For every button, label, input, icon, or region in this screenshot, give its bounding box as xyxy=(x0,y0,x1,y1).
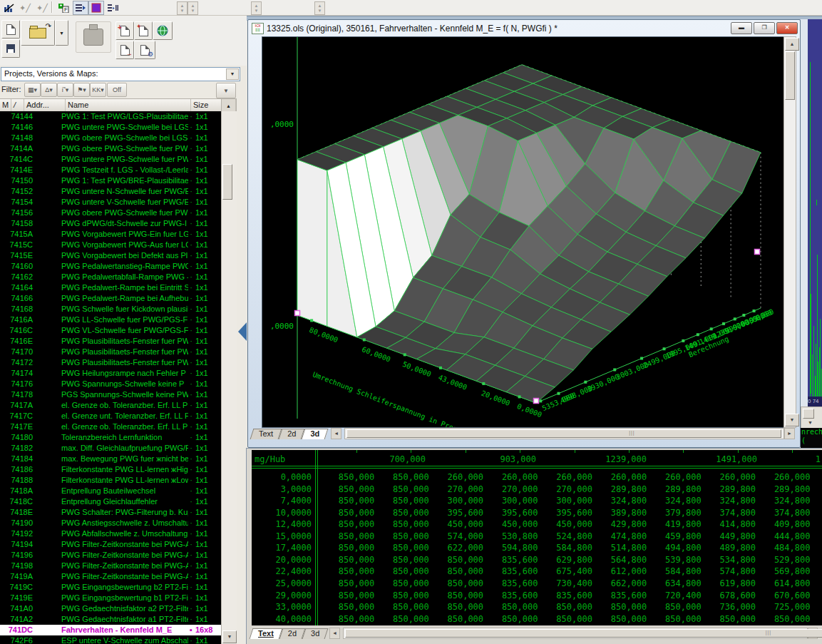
map-3d-hscrollbar[interactable]: ||| xyxy=(344,428,784,439)
table-row[interactable]: 10,0000850,000850,000395,600395,600395,6… xyxy=(252,507,822,519)
cell-value[interactable]: 835,600 xyxy=(493,578,547,590)
cell-value[interactable]: 260,000 xyxy=(765,471,819,484)
tab-text[interactable]: Text xyxy=(251,628,281,639)
cell-value[interactable]: 835,600 xyxy=(493,566,547,578)
list-row[interactable]: 74158 PWG dPWG/dt-Schwelle zur PWG-I · 1… xyxy=(0,218,221,229)
cell-value[interactable]: 730,400 xyxy=(548,578,602,590)
cell-value[interactable]: 260,000 xyxy=(656,471,710,484)
document-settings-icon[interactable]: ⚙ xyxy=(134,41,155,59)
cell-value[interactable]: 270,000 xyxy=(548,484,602,496)
table-row[interactable]: 40,0000850,000850,000850,000850,000850,0… xyxy=(252,613,822,625)
cell-value[interactable]: 289,800 xyxy=(602,484,656,496)
surface-3d-view[interactable]: ,0000,000080,000060,000050,000043,000020… xyxy=(262,36,784,428)
list-row[interactable]: 74190 PWG Anstiegsschwelle z. Umschaltu … xyxy=(0,518,221,528)
cell-value[interactable]: 514,800 xyxy=(602,542,656,554)
cell-value[interactable]: 850,000 xyxy=(384,613,438,625)
cell-value[interactable]: 835,600 xyxy=(493,554,547,566)
list-row[interactable]: 74182 max. Diff. Gleichlaufpruefung PWG/… xyxy=(0,443,221,454)
map-wand-icon[interactable]: ✦╱ xyxy=(17,1,33,15)
cell-value[interactable]: 534,800 xyxy=(711,554,765,566)
cell-value[interactable]: 289,800 xyxy=(656,484,710,496)
dots-filter-icon[interactable]: ▦▾ xyxy=(24,83,41,97)
cell-value[interactable]: 850,000 xyxy=(329,554,384,566)
cell-value[interactable]: 539,800 xyxy=(656,554,710,566)
table-row[interactable]: 20,0000850,000850,000850,000835,600629,8… xyxy=(252,554,822,566)
list-row[interactable]: 74194 PWG Filter-Zeitkonstante bei PWG-A… xyxy=(0,539,221,550)
cell-value[interactable]: 850,000 xyxy=(493,613,547,625)
list-row[interactable]: 74146 PWG untere PWG-Schwelle bei LGS · … xyxy=(0,122,221,133)
cell-value[interactable]: 584,800 xyxy=(656,566,710,578)
add-document-icon[interactable]: + xyxy=(115,21,134,40)
cell-value[interactable]: 850,000 xyxy=(438,601,493,613)
cell-value[interactable]: 850,000 xyxy=(329,507,384,519)
kk-filter-button[interactable]: KK▾ xyxy=(90,83,106,97)
cell-value[interactable]: 850,000 xyxy=(329,471,384,484)
tab-text[interactable]: Text xyxy=(252,429,280,439)
cell-value[interactable]: 850,000 xyxy=(329,601,384,613)
table-row[interactable]: 3,0000850,000850,000270,000270,000270,00… xyxy=(252,484,822,496)
append-list-icon[interactable] xyxy=(106,1,121,15)
list-row[interactable]: 74174 PWG Heilungsrampe nach Fehler P · … xyxy=(0,368,221,379)
cell-value[interactable]: 850,000 xyxy=(438,578,493,590)
minimize-button[interactable]: ▬ xyxy=(731,22,752,34)
column-m[interactable]: M xyxy=(0,99,11,112)
list-row[interactable]: 74188 Filterkonstante PWG LL-lernen жLow… xyxy=(0,475,221,486)
export-document-icon[interactable]: → xyxy=(115,41,134,59)
cell-value[interactable]: 662,000 xyxy=(602,578,656,590)
list-edit-icon[interactable] xyxy=(73,1,88,15)
column-sort[interactable]: / xyxy=(11,99,24,112)
cell-value[interactable]: 260,000 xyxy=(493,471,547,484)
cell-value[interactable]: 850,000 xyxy=(329,590,384,602)
cell-value[interactable]: 444,800 xyxy=(765,531,819,543)
cell-value[interactable]: 850,000 xyxy=(384,578,438,590)
cell-value[interactable]: 850,000 xyxy=(329,495,384,507)
cell-value[interactable]: 300,000 xyxy=(438,495,493,507)
list-row[interactable]: 74156 PWG obere PWG-Schwelle fuer PWI · … xyxy=(0,208,221,218)
map-value-table[interactable]: mg/Hub 700,000903,0001239,0001491,00010,… xyxy=(252,450,822,625)
list-row[interactable]: 7414E PWG Testzeit f. LGS - Vollast-/Lee… xyxy=(0,165,221,175)
chevron-down-icon[interactable]: ▼ xyxy=(226,68,239,80)
list-row[interactable]: 7414C PWG untere PWG-Schwelle fuer PW · … xyxy=(0,154,221,165)
cell-value[interactable]: 675,400 xyxy=(548,566,602,578)
table-row[interactable]: 15,0000850,000850,000574,000530,800524,8… xyxy=(252,531,822,543)
cell-value[interactable]: 489,800 xyxy=(711,542,765,554)
list-row[interactable]: 74144 PWG 1: Test PWG/LGS-Plausibilitae … xyxy=(0,111,221,122)
list-row[interactable]: 74196 PWG Filter-Zeitkonstante bei PWG-A… xyxy=(0,550,221,561)
cell-value[interactable]: 474,800 xyxy=(602,531,656,543)
cell-value[interactable]: 850,000 xyxy=(438,566,493,578)
cell-value[interactable]: 629,800 xyxy=(548,554,602,566)
cell-value[interactable]: 725,000 xyxy=(765,601,819,613)
spinner-up-down[interactable]: ▲▼ xyxy=(187,1,198,15)
cell-value[interactable]: 736,000 xyxy=(711,601,765,613)
tab-2d[interactable]: 2d xyxy=(281,628,304,639)
cell-value[interactable]: 530,800 xyxy=(493,531,547,543)
cell-value[interactable]: 569,800 xyxy=(765,566,819,578)
scroll-up-icon[interactable]: ▲ xyxy=(221,99,236,112)
cell-value[interactable]: 289,800 xyxy=(711,484,765,496)
insert-f-icon[interactable]: F xyxy=(56,1,71,15)
list-row[interactable]: 7417A el. Grenze ob. Toleranzber. Erf. L… xyxy=(0,400,221,411)
cell-value[interactable]: 835,600 xyxy=(493,590,547,602)
selection-box-icon[interactable] xyxy=(88,1,104,15)
cell-value[interactable]: 260,000 xyxy=(602,471,656,484)
cell-value[interactable]: 574,800 xyxy=(711,566,765,578)
list-row[interactable]: 7417C el. Grenze unt. Toleranzber. Erf. … xyxy=(0,411,221,421)
column-name[interactable]: Name xyxy=(66,99,191,112)
column-size[interactable]: Size xyxy=(191,99,221,112)
list-row[interactable]: 7415A PWG Vorgabewert PWG-Ein fuer LG · … xyxy=(0,229,221,240)
scroll-down-icon[interactable]: ▼ xyxy=(222,630,237,643)
cell-value[interactable]: 850,000 xyxy=(329,518,384,531)
open-folder-icon[interactable]: ↷ xyxy=(21,20,55,46)
cell-value[interactable]: 850,000 xyxy=(384,531,438,543)
list-row[interactable]: 74168 PWG Schwelle fuer Kickdown plausil… xyxy=(0,304,221,315)
info-filter-icon[interactable]: i˜▾ xyxy=(57,83,73,97)
map-3d-titlebar[interactable]: IOI≡≡ 13325.ols (Original), 350161, Fahr… xyxy=(250,21,798,35)
cell-value[interactable]: 419,800 xyxy=(656,518,710,531)
cell-value[interactable]: 614,800 xyxy=(765,578,819,590)
wand-document-icon[interactable]: ✦ xyxy=(134,21,153,40)
cell-value[interactable]: 850,000 xyxy=(438,590,493,602)
cell-value[interactable]: 389,800 xyxy=(602,507,656,519)
table-row[interactable]: 12,4000850,000850,000450,000450,000450,0… xyxy=(252,518,822,531)
list-row[interactable]: 74198 PWG Filter-Zeitkonstante bei PWG-A… xyxy=(0,561,221,571)
cell-value[interactable]: 850,000 xyxy=(384,566,438,578)
